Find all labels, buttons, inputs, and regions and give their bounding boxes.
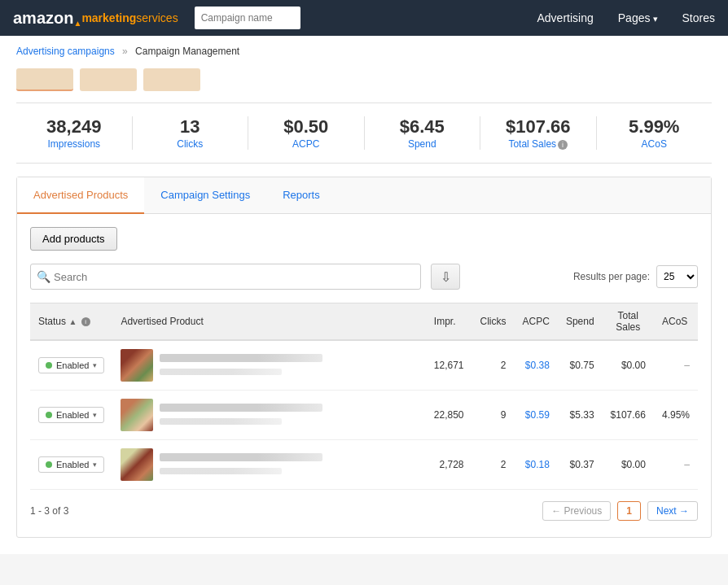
product-name-1 — [160, 404, 322, 412]
table-row: Enabled ▾ 2,7282$0.18$0.37$0.00– — [30, 440, 698, 490]
breadcrumb-current: Campaign Management — [135, 46, 239, 57]
campaign-search-input[interactable] — [195, 7, 300, 29]
acpc-value: $0.50 — [248, 116, 364, 138]
clicks-1: 9 — [472, 391, 515, 440]
search-box: 🔍 — [30, 264, 421, 290]
acpc-2[interactable]: $0.18 — [515, 440, 558, 490]
filter-pill-1[interactable] — [16, 68, 73, 91]
clicks-label[interactable]: Clicks — [177, 138, 203, 150]
main-content: Advertising campaigns » Campaign Managem… — [0, 36, 728, 554]
download-button[interactable]: ⇩ — [431, 264, 460, 290]
status-info-icon[interactable]: i — [81, 317, 90, 326]
breadcrumb-parent-link[interactable]: Advertising campaigns — [16, 46, 115, 57]
total-sales-value: $107.66 — [480, 116, 596, 138]
stat-acos: 5.99% ACoS — [597, 116, 713, 150]
search-icon: 🔍 — [37, 270, 50, 283]
col-header-status[interactable]: Status ▲ i — [30, 303, 112, 341]
product-thumb-2 — [121, 448, 153, 481]
acos-label[interactable]: ACoS — [642, 138, 667, 150]
product-asin-1 — [160, 418, 282, 425]
spend-label[interactable]: Spend — [408, 138, 436, 150]
download-icon: ⇩ — [441, 269, 451, 285]
tab-advertised-products[interactable]: Advertised Products — [17, 177, 144, 214]
impressions-label[interactable]: Impressions — [47, 138, 100, 150]
product-thumb-1 — [121, 399, 153, 431]
results-per-page: Results per page: 25 50 100 — [573, 265, 698, 288]
filter-pills — [16, 63, 712, 103]
product-thumb-0 — [121, 349, 153, 382]
spend-0: $0.75 — [558, 340, 603, 391]
status-cell-2: Enabled ▾ — [30, 440, 112, 490]
prev-page-button[interactable]: ← Previous — [542, 501, 611, 521]
stat-clicks: 13 Clicks — [133, 116, 249, 150]
status-badge-2[interactable]: Enabled ▾ — [38, 456, 104, 473]
tab-header: Advertised Products Campaign Settings Re… — [17, 177, 711, 214]
tab-campaign-settings[interactable]: Campaign Settings — [144, 177, 266, 214]
status-dot-1 — [46, 412, 52, 418]
clicks-0: 2 — [472, 340, 515, 391]
acpc-1[interactable]: $0.59 — [515, 391, 558, 440]
stat-impressions: 38,249 Impressions — [16, 116, 133, 150]
nav-stores-link[interactable]: Stores — [682, 11, 715, 24]
results-per-page-select[interactable]: 25 50 100 — [656, 265, 698, 288]
col-header-impr: Impr. — [426, 303, 472, 341]
col-header-acos: ACoS — [654, 303, 698, 341]
total-sales-1: $107.66 — [603, 391, 654, 440]
clicks-2: 2 — [472, 440, 515, 490]
status-badge-1[interactable]: Enabled ▾ — [38, 407, 104, 423]
add-products-button[interactable]: Add products — [30, 227, 117, 251]
impr-1: 22,850 — [426, 391, 472, 440]
col-header-spend: Spend — [558, 303, 603, 341]
page-1-button[interactable]: 1 — [617, 501, 641, 521]
status-dot-2 — [46, 461, 52, 468]
status-arrow-0: ▾ — [93, 361, 97, 369]
product-name-0 — [160, 354, 322, 362]
pagination-range: 1 - 3 of 3 — [30, 505, 68, 517]
breadcrumb-separator: » — [122, 46, 128, 57]
stats-bar: 38,249 Impressions 13 Clicks $0.50 ACPC … — [16, 103, 712, 164]
logo-amazon-text: amazon▲ — [13, 9, 81, 28]
nav-advertising-link[interactable]: Advertising — [537, 11, 594, 24]
total-sales-2: $0.00 — [603, 440, 654, 490]
product-asin-0 — [160, 369, 282, 375]
col-header-total-sales: TotalSales — [603, 303, 654, 341]
status-cell-0: Enabled ▾ — [30, 340, 112, 391]
pagination: ← Previous 1 Next → — [542, 501, 698, 521]
stat-acpc: $0.50 ACPC — [248, 116, 365, 150]
spend-value: $6.45 — [365, 116, 480, 138]
logo-marketing-text: marketing — [81, 11, 136, 24]
filter-pill-3[interactable] — [143, 68, 200, 91]
acpc-label[interactable]: ACPC — [292, 138, 319, 150]
status-text-1: Enabled — [56, 410, 89, 420]
tab-reports[interactable]: Reports — [266, 177, 336, 214]
products-table: Status ▲ i Advertised Product Impr. Clic… — [30, 303, 698, 490]
tab-body-advertised-products: Add products 🔍 ⇩ Results per page: 25 50… — [17, 214, 711, 537]
acos-0: – — [654, 340, 698, 391]
product-cell-0 — [112, 340, 425, 391]
impr-2: 2,728 — [426, 440, 472, 490]
product-name-2 — [160, 453, 322, 461]
total-sales-info-icon[interactable]: i — [558, 140, 568, 150]
results-per-page-label: Results per page: — [573, 271, 650, 282]
status-cell-1: Enabled ▾ — [30, 391, 112, 440]
logo: amazon▲ marketingservices — [13, 9, 178, 28]
acpc-0[interactable]: $0.38 — [515, 340, 558, 391]
product-search-input[interactable] — [30, 264, 421, 290]
next-page-button[interactable]: Next → — [647, 501, 698, 521]
acos-value: 5.99% — [597, 116, 713, 138]
col-header-acpc: ACPC — [515, 303, 558, 341]
breadcrumb: Advertising campaigns » Campaign Managem… — [16, 36, 712, 63]
filter-pill-2[interactable] — [80, 68, 137, 91]
product-asin-2 — [160, 468, 282, 474]
spend-1: $5.33 — [558, 391, 603, 440]
impr-0: 12,671 — [426, 340, 472, 391]
table-footer: 1 - 3 of 3 ← Previous 1 Next → — [30, 490, 698, 524]
status-dot-0 — [46, 362, 52, 369]
total-sales-label[interactable]: Total Salesi — [508, 138, 568, 150]
acos-1: 4.95% — [654, 391, 698, 440]
nav-pages-link[interactable]: Pages — [618, 11, 658, 24]
stat-total-sales: $107.66 Total Salesi — [480, 116, 597, 150]
status-sort-icon: ▲ — [68, 317, 77, 326]
spend-2: $0.37 — [558, 440, 603, 490]
status-badge-0[interactable]: Enabled ▾ — [38, 357, 104, 373]
